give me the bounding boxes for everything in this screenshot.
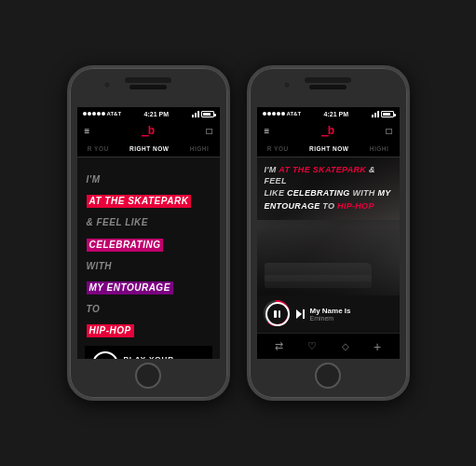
home-button-right[interactable] [315, 363, 341, 389]
phones-container: AT&T 4:21 PM ≡ ⎯b □ [67, 65, 410, 401]
mood-line-6: MY ENTOURAGE [87, 277, 211, 295]
carrier-right: AT&T [287, 111, 302, 116]
time-left: 4:21 PM [144, 111, 169, 117]
tab-highlights-right[interactable]: HIGHI [366, 145, 393, 152]
mood-line-8: HIP-HOP [87, 320, 211, 337]
mood-line-5: WITH [87, 255, 211, 273]
mood-text-left: I'M AT THE SKATEPARK & FEEL LIKE CELEBRA… [85, 165, 212, 346]
album-overlay-text: I'M AT THE SKATEPARK & FEEL LIKE CELEBRA… [265, 165, 392, 214]
tab-bar-right: R YOU RIGHT NOW HIGHI [257, 141, 400, 158]
skip-button[interactable] [296, 309, 305, 319]
pause-button[interactable] [265, 302, 290, 326]
chat-icon-left[interactable]: □ [206, 126, 211, 136]
battery-left [201, 111, 214, 117]
beats-logo-left: ⎯b [142, 124, 155, 137]
mood-line-4: CELEBRATING [87, 234, 211, 252]
tab-for-you-left[interactable]: R YOU [84, 145, 113, 152]
track-artist: Eminem [310, 315, 392, 322]
phone-right: AT&T 4:21 PM ≡ ⎯b □ [247, 65, 410, 401]
overlay-line-3: ENTOURAGE TO HIP-HOP [265, 201, 392, 212]
nav-bar-left: ≡ ⎯b □ [77, 120, 220, 141]
screen-content-left: I'M AT THE SKATEPARK & FEEL LIKE CELEBRA… [77, 158, 220, 359]
signal-dots-right [263, 112, 285, 116]
play-stream-bar[interactable]: PLAY YOUR STREAM [85, 346, 212, 360]
player-controls: My Name Is Eminem [257, 295, 400, 333]
diamond-icon[interactable]: ◇ [342, 341, 349, 351]
pause-button-container[interactable] [265, 301, 291, 327]
action-bar: ⇄ ♡ ◇ + [257, 333, 400, 359]
heart-icon[interactable]: ♡ [307, 340, 317, 352]
overlay-line-2: LIKE CELEBRATING WITH MY [265, 188, 392, 199]
signal-dots-left [83, 112, 105, 116]
screen-right: AT&T 4:21 PM ≡ ⎯b □ [257, 107, 400, 359]
mood-line-7: TO [87, 298, 211, 316]
overlay-line-1: I'M AT THE SKATEPARK & FEEL [265, 165, 392, 186]
status-bar-left: AT&T 4:21 PM [77, 107, 220, 120]
track-name: My Name Is [310, 307, 392, 315]
menu-icon-left[interactable]: ≡ [85, 126, 90, 136]
mood-line-3: & FEEL LIKE [87, 212, 211, 229]
wifi-icon-left [192, 111, 199, 117]
menu-icon-right[interactable]: ≡ [265, 126, 270, 136]
mood-line-2: AT THE SKATEPARK [87, 190, 211, 208]
carrier-left: AT&T [107, 111, 122, 116]
time-right: 4:21 PM [324, 111, 348, 117]
add-icon[interactable]: + [374, 339, 381, 354]
mood-line-1: I'M [87, 169, 211, 186]
beats-logo-right: ⎯b [321, 124, 334, 137]
home-button-left[interactable] [135, 363, 161, 389]
battery-right [381, 111, 394, 117]
tab-highlights-left[interactable]: HIGHI [186, 145, 213, 152]
skip-triangle-icon [296, 309, 302, 319]
play-circle-icon [92, 351, 118, 360]
screen-content-right: I'M AT THE SKATEPARK & FEEL LIKE CELEBRA… [257, 158, 400, 359]
tab-right-now-left[interactable]: RIGHT NOW [126, 145, 172, 152]
play-stream-label: PLAY YOUR STREAM [124, 355, 175, 359]
chat-icon-right[interactable]: □ [386, 126, 391, 136]
status-bar-right: AT&T 4:21 PM [257, 107, 400, 120]
tab-bar-left: R YOU RIGHT NOW HIGHI [77, 141, 220, 158]
nav-bar-right: ≡ ⎯b □ [257, 120, 400, 141]
wifi-icon-right [372, 111, 379, 117]
phone-left: AT&T 4:21 PM ≡ ⎯b □ [67, 65, 230, 401]
tab-right-now-right[interactable]: RIGHT NOW [306, 145, 352, 152]
track-info: My Name Is Eminem [310, 307, 392, 322]
tab-for-you-right[interactable]: R YOU [264, 145, 292, 152]
share-icon[interactable]: ⇄ [275, 340, 283, 352]
screen-left: AT&T 4:21 PM ≡ ⎯b □ [77, 107, 220, 359]
skip-bar-icon [303, 309, 305, 319]
album-art: I'M AT THE SKATEPARK & FEEL LIKE CELEBRA… [257, 158, 400, 295]
